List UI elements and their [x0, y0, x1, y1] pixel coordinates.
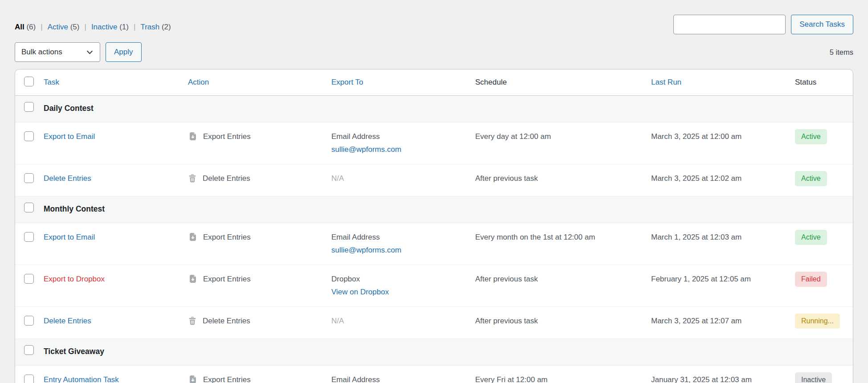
- bulk-area: Bulk actions Apply: [15, 42, 142, 62]
- export-to-link[interactable]: sullie@wpforms.com: [331, 246, 401, 255]
- task-link[interactable]: Entry Automation Task: [44, 375, 119, 383]
- export-to-cell: N/A: [331, 164, 475, 196]
- row-checkbox[interactable]: [24, 375, 34, 383]
- export-to-na: N/A: [331, 174, 344, 183]
- status-cell: Active: [795, 164, 853, 196]
- filter-separator: |: [84, 23, 86, 31]
- task-row: Entry Automation TaskExport EntriesEmail…: [15, 366, 853, 383]
- action-cell: Delete Entries: [188, 307, 331, 339]
- filter-list: All (6)|Active (5)|Inactive (1)|Trash (2…: [15, 23, 171, 32]
- export-to-link[interactable]: sullie@wpforms.com: [331, 145, 401, 154]
- search-area: Search Tasks: [673, 15, 853, 34]
- task-link[interactable]: Export to Dropbox: [44, 275, 105, 283]
- column-header-label-export-to[interactable]: Export To: [331, 78, 363, 86]
- schedule-cell: After previous task: [475, 265, 651, 307]
- row-checkbox[interactable]: [24, 131, 34, 141]
- export-to-cell: N/A: [331, 307, 475, 339]
- last-run-text: February 1, 2025 at 12:05 am: [651, 275, 751, 283]
- filter-link-all[interactable]: All (6): [15, 23, 36, 31]
- filter-link-inactive[interactable]: Inactive (1): [91, 23, 129, 31]
- row-checkbox[interactable]: [24, 203, 34, 212]
- action-cell: Delete Entries: [188, 164, 331, 196]
- filter-separator: |: [134, 23, 135, 31]
- filter-label: All: [15, 23, 24, 31]
- top-toolbar: All (6)|Active (5)|Inactive (1)|Trash (2…: [15, 0, 853, 34]
- row-checkbox[interactable]: [24, 345, 34, 355]
- last-run-text: March 1, 2025 at 12:03 am: [651, 233, 742, 241]
- export-file-icon: [188, 375, 197, 383]
- last-run-cell: March 3, 2025 at 12:07 am: [651, 307, 795, 339]
- schedule-cell: Every Fri at 12:00 am: [475, 366, 651, 383]
- items-count: 5 items: [830, 48, 853, 57]
- schedule-text: Every day at 12:00 am: [475, 132, 551, 141]
- select-all-cell: [15, 69, 44, 96]
- column-header-task: Task: [44, 69, 188, 96]
- trash-icon: [188, 174, 197, 183]
- schedule-text: Every month on the 1st at 12:00 am: [475, 233, 595, 241]
- column-header-label-action[interactable]: Action: [188, 78, 209, 86]
- filter-label: Trash: [140, 23, 159, 31]
- column-header-label-last-run[interactable]: Last Run: [651, 78, 681, 86]
- filter-link-active[interactable]: Active (5): [48, 23, 80, 31]
- tasks-page: All (6)|Active (5)|Inactive (1)|Trash (2…: [0, 0, 868, 383]
- action-label: Export Entries: [203, 375, 251, 383]
- last-run-cell: March 3, 2025 at 12:00 am: [651, 122, 795, 164]
- task-row: Export to EmailExport EntriesEmail Addre…: [15, 122, 853, 164]
- export-to-type: Email Address: [331, 233, 471, 242]
- action-label: Delete Entries: [203, 174, 250, 183]
- task-cell: Delete Entries: [44, 164, 188, 196]
- action-cell: Export Entries: [188, 122, 331, 164]
- row-checkbox[interactable]: [24, 232, 34, 242]
- status-cell: Active: [795, 223, 853, 265]
- last-run-cell: January 31, 2025 at 12:03 am: [651, 366, 795, 383]
- row-checkbox[interactable]: [24, 173, 34, 183]
- column-header-label-task[interactable]: Task: [44, 78, 59, 86]
- task-link[interactable]: Export to Email: [44, 132, 95, 141]
- last-run-cell: February 1, 2025 at 12:05 am: [651, 265, 795, 307]
- group-name-cell: Ticket Giveaway: [44, 339, 853, 366]
- task-row: Export to EmailExport EntriesEmail Addre…: [15, 223, 853, 265]
- column-header-last-run: Last Run: [651, 69, 795, 96]
- search-tasks-button[interactable]: Search Tasks: [791, 15, 853, 34]
- export-file-icon: [188, 132, 197, 141]
- group-name-cell: Monthly Contest: [44, 196, 853, 223]
- row-checkbox-cell: [15, 96, 44, 122]
- row-checkbox[interactable]: [24, 274, 34, 284]
- export-to-cell: Email Addresssullie@wpforms.com: [331, 122, 475, 164]
- task-cell: Export to Email: [44, 223, 188, 265]
- apply-button[interactable]: Apply: [106, 42, 142, 62]
- status-badge: Active: [795, 129, 827, 144]
- task-row: Export to DropboxExport EntriesDropboxVi…: [15, 265, 853, 307]
- export-to-link[interactable]: View on Dropbox: [331, 288, 389, 297]
- row-checkbox[interactable]: [24, 316, 34, 326]
- filter-count: (1): [117, 23, 129, 31]
- filter-label: Active: [48, 23, 68, 31]
- filter-label: Inactive: [91, 23, 118, 31]
- task-link[interactable]: Export to Email: [44, 233, 95, 241]
- bulk-actions-select[interactable]: Bulk actions: [15, 42, 100, 62]
- search-input[interactable]: [673, 15, 786, 34]
- select-all-checkbox[interactable]: [24, 77, 34, 86]
- filter-count: (2): [159, 23, 171, 31]
- action-cell: Export Entries: [188, 223, 331, 265]
- status-badge: Inactive: [795, 372, 832, 383]
- tasks-table: TaskActionExport ToScheduleLast RunStatu…: [15, 69, 853, 383]
- task-row: Delete EntriesDelete EntriesN/AAfter pre…: [15, 307, 853, 339]
- export-to-cell: Email Addresssullie@wpforms.com: [331, 223, 475, 265]
- status-badge: Failed: [795, 272, 827, 287]
- row-checkbox[interactable]: [24, 102, 34, 112]
- last-run-text: January 31, 2025 at 12:03 am: [651, 375, 752, 383]
- group-row: Daily Contest: [15, 96, 853, 122]
- group-name: Ticket Giveaway: [44, 347, 104, 356]
- last-run-text: March 3, 2025 at 12:02 am: [651, 174, 742, 183]
- action-label: Delete Entries: [203, 317, 250, 326]
- group-row: Ticket Giveaway: [15, 339, 853, 366]
- filter-link-trash[interactable]: Trash (2): [140, 23, 171, 31]
- table-header-row: TaskActionExport ToScheduleLast RunStatu…: [15, 69, 853, 96]
- task-link[interactable]: Delete Entries: [44, 174, 91, 183]
- task-link[interactable]: Delete Entries: [44, 317, 91, 325]
- export-file-icon: [188, 274, 197, 284]
- tasks-table-card: TaskActionExport ToScheduleLast RunStatu…: [15, 69, 853, 383]
- filter-count: (5): [68, 23, 80, 31]
- column-header-label-schedule: Schedule: [475, 78, 507, 86]
